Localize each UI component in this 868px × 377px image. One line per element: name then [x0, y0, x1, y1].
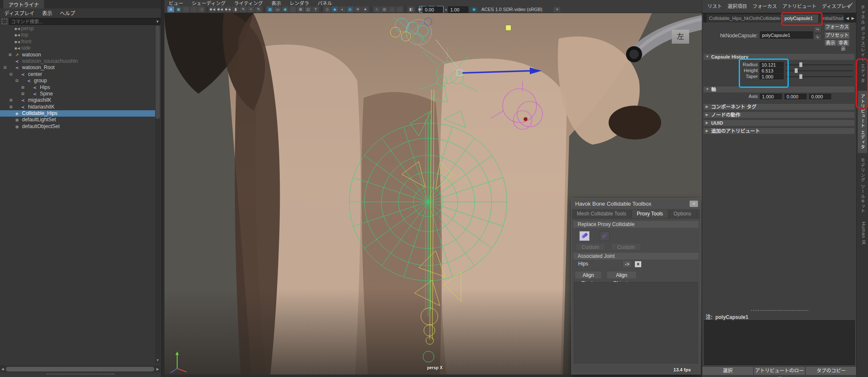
- highlight-select-icon[interactable]: ▢: [183, 6, 189, 12]
- viewport-menu-ビュー[interactable]: ビュー: [169, 0, 184, 6]
- sidebar-tab-アトリビュート エディタ[interactable]: アトリビュート エディタ: [858, 91, 867, 153]
- safe-title-icon[interactable]: T: [312, 6, 319, 12]
- wireframe-display-icon[interactable]: ◇: [324, 6, 331, 12]
- next-node-icon[interactable]: ↳: [814, 34, 821, 40]
- symmetry-icon[interactable]: ◨: [198, 6, 205, 12]
- exposure-contrast-icon[interactable]: ◧: [408, 6, 415, 12]
- ae-menu-フォーカス[interactable]: フォーカス: [753, 3, 777, 9]
- field-chart-icon[interactable]: ⊞: [297, 6, 304, 12]
- section-header-2[interactable]: ▶UUID: [704, 120, 854, 126]
- shaded-display-icon[interactable]: ◆: [331, 6, 338, 12]
- footer-button-0[interactable]: 選択: [702, 367, 753, 375]
- sidebar-tab-モデリング ツールキット[interactable]: モデリング ツールキット: [858, 155, 867, 217]
- section-header-3[interactable]: ▶追加のアトリビュート: [704, 128, 854, 134]
- outliner-item-watoson[interactable]: ⊞↗watoson: [0, 52, 155, 58]
- gamma-icon[interactable]: ◑: [444, 7, 447, 12]
- ae-tab-Collidable_Hips_hkClothCollidable[interactable]: Collidable_Hips_hkClothCollidable: [707, 14, 781, 22]
- havok-title-bar[interactable]: Havok Bone Collidable Toolbox ×: [572, 199, 700, 209]
- use-all-lights-icon[interactable]: ◍: [347, 6, 353, 12]
- xray-icon[interactable]: ○: [373, 6, 380, 12]
- align-pivots-button[interactable]: Align Pivots: [575, 271, 602, 279]
- scroll-left-icon[interactable]: ◀: [0, 367, 5, 371]
- outliner-vertical-scrollbar[interactable]: ▼: [155, 25, 160, 363]
- resolution-gate-icon[interactable]: ◉: [282, 6, 289, 12]
- colorspace-dropdown[interactable]: ACES 1.0 SDR-video (sRGB): [479, 7, 552, 12]
- taper-slider[interactable]: [786, 76, 853, 77]
- viewport-menu-シェーディング[interactable]: シェーディング: [192, 0, 226, 6]
- grid-icon[interactable]: ▦: [267, 6, 273, 12]
- ae-menu-ディスプレイ[interactable]: ディスプレイ: [822, 3, 851, 9]
- radius-value-field[interactable]: 10.121: [760, 62, 784, 67]
- outliner-item-center[interactable]: ⊟≺center: [0, 71, 155, 78]
- outliner-item-group[interactable]: ⊟≺group: [0, 78, 155, 84]
- ae-tab-polyCapsule1[interactable]: polyCapsule1: [782, 14, 818, 22]
- axis-section-header[interactable]: ▼ 軸: [704, 87, 854, 92]
- soft-select-icon[interactable]: ◔: [190, 6, 197, 12]
- axis-value-field-2[interactable]: 0.000: [809, 94, 831, 99]
- isolate-select-icon[interactable]: ◌: [389, 6, 395, 12]
- footer-button-1[interactable]: アトリビュートのロード: [754, 367, 805, 375]
- outliner-item-top[interactable]: ■◄top: [0, 32, 155, 38]
- expand-icon[interactable]: ⊞: [9, 97, 13, 103]
- outliner-menu-ヘルプ[interactable]: ヘルプ: [60, 9, 75, 17]
- ae-tab-initialShad[interactable]: initialShad: [819, 14, 844, 22]
- textured-display-icon[interactable]: ◐: [339, 6, 346, 12]
- plugin-display-icon[interactable]: ▢: [396, 6, 403, 12]
- occlusion-icon[interactable]: ●: [362, 6, 369, 12]
- clear-joint-checkbox[interactable]: ×: [635, 261, 641, 267]
- outliner-item-migiashiIK[interactable]: ⊞≺migiashiIK: [0, 97, 155, 103]
- outliner-item-Spine[interactable]: ⊞≺Spine: [0, 91, 155, 97]
- slider-handle[interactable]: [799, 62, 802, 67]
- film-gate-icon[interactable]: ▭: [274, 6, 281, 12]
- footer-button-2[interactable]: タブのコピー: [806, 367, 857, 375]
- notes-resize-grip[interactable]: [751, 310, 808, 312]
- scroll-right-icon[interactable]: ▶: [155, 367, 160, 371]
- swap-node-icon[interactable]: ↪: [814, 26, 821, 33]
- height-value-field[interactable]: 6.513: [760, 68, 784, 73]
- havok-tab-Proxy Tools[interactable]: Proxy Tools: [632, 210, 669, 218]
- notes-textarea[interactable]: [704, 320, 855, 365]
- lock-camera-icon[interactable]: ■◄: [217, 6, 224, 12]
- bookmark-icon[interactable]: ▮: [232, 6, 239, 12]
- section-header-1[interactable]: ▶ノードの動作: [704, 112, 854, 118]
- ae-menu-リスト[interactable]: リスト: [707, 3, 722, 9]
- gate-mask-icon[interactable]: ▢: [289, 6, 296, 12]
- color-management-icon[interactable]: ◉: [470, 7, 478, 12]
- tweak-mode-icon[interactable]: ▣: [175, 6, 182, 12]
- outliner-item-watoson_Root[interactable]: ⊟≺watoson_Root: [0, 64, 155, 71]
- viewport-menu-表示[interactable]: 表示: [271, 0, 281, 6]
- select-camera-icon[interactable]: ■◄: [209, 6, 216, 12]
- slider-handle[interactable]: [795, 68, 798, 73]
- ae-menu-アトリビュート[interactable]: アトリビュート: [782, 3, 817, 9]
- havok-tab-Mesh Collidable Tools[interactable]: Mesh Collidable Tools: [572, 210, 632, 218]
- outliner-item-Hips[interactable]: ⊞≺Hips: [0, 84, 155, 91]
- exposure-field[interactable]: [423, 6, 443, 13]
- collapse-icon[interactable]: ⊟: [3, 64, 7, 71]
- filter-select-icon[interactable]: [2, 19, 7, 24]
- node-name-field[interactable]: [760, 31, 813, 39]
- outliner-item-front[interactable]: ■◄front: [0, 39, 155, 45]
- viewport-menu-パネル[interactable]: パネル: [317, 0, 332, 6]
- outliner-item-hidariashiIK[interactable]: ⊞≺hidariashiIK: [0, 104, 155, 110]
- slider-handle[interactable]: [799, 74, 802, 79]
- show-button[interactable]: 表示: [825, 40, 836, 46]
- expand-icon[interactable]: ⊞: [21, 84, 25, 91]
- viewport-menu-ライティング[interactable]: ライティング: [234, 0, 263, 6]
- close-icon[interactable]: ×: [690, 201, 698, 207]
- render-settings-icon[interactable]: ✱: [418, 7, 421, 12]
- axis-value-field-1[interactable]: 0.000: [785, 94, 807, 99]
- hide-button[interactable]: 非表示: [837, 40, 849, 46]
- capsule-history-header[interactable]: ▼ Capsule History: [704, 54, 854, 60]
- collapse-icon[interactable]: ⊟: [15, 78, 19, 84]
- panel-resize-grip[interactable]: [47, 374, 114, 376]
- outliner-item-persp[interactable]: ■◄persp: [0, 25, 155, 32]
- outliner-menu-ディスプレイ[interactable]: ディスプレイ: [4, 9, 34, 17]
- outliner-item-defaultObjectSet[interactable]: ◉defaultObjectSet: [0, 123, 155, 130]
- capsule-proxy-button[interactable]: [579, 231, 590, 241]
- shadows-icon[interactable]: ☀: [354, 6, 361, 12]
- xray-joints-icon[interactable]: ◎: [381, 6, 388, 12]
- outliner-horizontal-scrollbar[interactable]: ◀ ▶: [0, 366, 160, 372]
- sidebar-tab-チャネル ボックス/レイヤ エディタ[interactable]: チャネル ボックス/レイヤ エディタ: [858, 2, 867, 87]
- focus-button[interactable]: フォーカス: [825, 24, 849, 30]
- assign-joint-button[interactable]: ->: [623, 260, 632, 268]
